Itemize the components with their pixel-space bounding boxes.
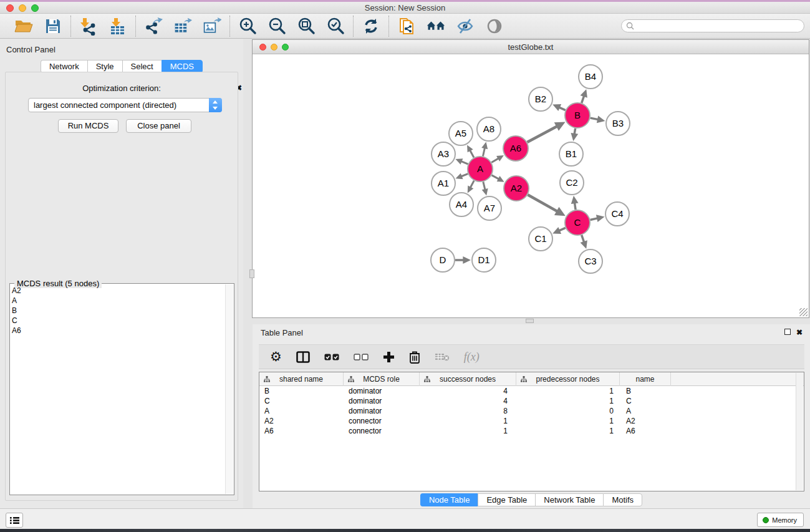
cell-mcds-role[interactable]: dominator bbox=[344, 396, 420, 406]
cell-shared-name[interactable]: A2 bbox=[259, 416, 344, 426]
column-header-mcds-role[interactable]: MCDS role bbox=[344, 372, 420, 386]
tab-select[interactable]: Select bbox=[122, 60, 162, 73]
result-item-b[interactable]: B bbox=[12, 306, 224, 316]
table-tab-edge-table[interactable]: Edge Table bbox=[478, 493, 535, 506]
export-network-icon[interactable] bbox=[144, 17, 163, 36]
close-table-panel-icon[interactable]: ✖ bbox=[796, 329, 803, 336]
column-header-name[interactable]: name bbox=[620, 372, 671, 386]
column-selector-icon[interactable] bbox=[296, 349, 310, 365]
run-mcds-button[interactable]: Run MCDS bbox=[58, 119, 118, 133]
cell-shared-name[interactable]: B bbox=[259, 386, 344, 396]
cell-mcds-role[interactable]: connector bbox=[344, 416, 420, 426]
split-divider-handle-left[interactable] bbox=[249, 269, 254, 278]
birds-eye-view-icon[interactable] bbox=[485, 17, 504, 36]
select-all-checkboxes-icon[interactable] bbox=[324, 349, 339, 365]
function-builder-icon[interactable]: f(x) bbox=[464, 349, 480, 365]
add-column-icon[interactable] bbox=[383, 349, 395, 365]
import-network-icon[interactable] bbox=[79, 17, 98, 36]
tab-mcds[interactable]: MCDS bbox=[162, 60, 203, 73]
float-table-panel-icon[interactable] bbox=[784, 329, 791, 335]
close-window-button[interactable] bbox=[6, 4, 14, 12]
cell-shared-name[interactable]: A6 bbox=[259, 426, 344, 436]
home-view-icon[interactable] bbox=[427, 17, 445, 36]
result-scrollbar[interactable] bbox=[225, 284, 233, 494]
delete-table-icon[interactable] bbox=[435, 349, 450, 365]
network-window-titlebar[interactable]: testGlobe.txt bbox=[253, 40, 809, 54]
optimization-criterion-dropdown[interactable]: largest connected component (directed) bbox=[28, 98, 222, 112]
table-row[interactable]: Adominator80A bbox=[259, 406, 804, 416]
table-scrollbar[interactable] bbox=[796, 373, 803, 490]
table-row[interactable]: A2connector11A2 bbox=[259, 416, 804, 426]
cell-successor-nodes[interactable]: 4 bbox=[420, 396, 516, 406]
cell-name[interactable]: A6 bbox=[620, 426, 671, 436]
result-item-a6[interactable]: A6 bbox=[12, 326, 224, 336]
column-header-successor-nodes[interactable]: successor nodes bbox=[420, 372, 516, 386]
tab-network[interactable]: Network bbox=[41, 60, 87, 73]
deselect-all-checkboxes-icon[interactable] bbox=[354, 349, 369, 365]
cell-name[interactable]: A bbox=[620, 406, 671, 416]
delete-column-trash-icon[interactable] bbox=[409, 349, 420, 365]
table-tab-node-table[interactable]: Node Table bbox=[420, 493, 478, 506]
network-canvas[interactable]: B4B2BB3A8A5A6A3B1AC2A1A2A4A7C4CC1DD1C3 bbox=[253, 55, 809, 317]
cell-successor-nodes[interactable]: 1 bbox=[420, 416, 516, 426]
zoom-window-button[interactable] bbox=[31, 4, 39, 12]
cell-successor-nodes[interactable]: 4 bbox=[420, 386, 516, 396]
zoom-in-icon[interactable] bbox=[238, 17, 257, 36]
zoom-network-button[interactable] bbox=[282, 44, 289, 51]
zoom-selected-icon[interactable] bbox=[326, 17, 345, 36]
zoom-out-icon[interactable] bbox=[268, 17, 286, 36]
refresh-network-icon[interactable] bbox=[362, 17, 380, 36]
cell-predecessor-nodes[interactable]: 1 bbox=[516, 386, 620, 396]
memory-button[interactable]: Memory bbox=[757, 513, 804, 527]
result-item-a[interactable]: A bbox=[12, 296, 224, 306]
minimize-window-button[interactable] bbox=[19, 4, 26, 12]
cell-name[interactable]: C bbox=[620, 396, 671, 406]
graph-node-label-A3: A3 bbox=[438, 148, 449, 159]
graph-edge-A6-B[interactable] bbox=[528, 126, 559, 143]
cell-successor-nodes[interactable]: 1 bbox=[420, 426, 516, 436]
split-divider-handle-bottom[interactable] bbox=[526, 319, 534, 323]
graph-edge-A2-C[interactable] bbox=[528, 195, 558, 212]
table-row[interactable]: A6connector11A6 bbox=[259, 426, 804, 436]
close-network-button[interactable] bbox=[259, 44, 266, 51]
hide-graphics-details-icon[interactable] bbox=[456, 17, 475, 36]
cell-predecessor-nodes[interactable]: 0 bbox=[516, 406, 620, 416]
cell-mcds-role[interactable]: connector bbox=[344, 426, 420, 436]
clone-network-icon[interactable] bbox=[397, 17, 416, 36]
export-image-icon[interactable] bbox=[203, 17, 221, 36]
graph-node-label-B: B bbox=[574, 110, 581, 120]
table-tab-motifs[interactable]: Motifs bbox=[603, 493, 642, 506]
cell-predecessor-nodes[interactable]: 1 bbox=[516, 396, 620, 406]
cell-shared-name[interactable]: C bbox=[259, 396, 344, 406]
cell-name[interactable]: A2 bbox=[620, 416, 671, 426]
table-options-gear-icon[interactable]: ⚙ bbox=[270, 349, 282, 365]
column-header-shared-name[interactable]: shared name bbox=[259, 372, 344, 386]
column-header-predecessor-nodes[interactable]: predecessor nodes bbox=[516, 372, 620, 386]
cell-predecessor-nodes[interactable]: 1 bbox=[516, 416, 620, 426]
search-field[interactable] bbox=[621, 19, 804, 32]
result-item-c[interactable]: C bbox=[12, 316, 224, 326]
arrowhead-A-A7 bbox=[482, 188, 488, 196]
cell-mcds-role[interactable]: dominator bbox=[344, 386, 420, 396]
open-session-icon[interactable] bbox=[14, 17, 33, 36]
zoom-fit-icon[interactable] bbox=[297, 17, 316, 36]
table-row[interactable]: Bdominator41B bbox=[259, 386, 804, 396]
import-table-icon[interactable] bbox=[108, 17, 127, 36]
export-table-icon[interactable] bbox=[173, 17, 192, 36]
table-tab-network-table[interactable]: Network Table bbox=[535, 493, 603, 506]
cell-successor-nodes[interactable]: 8 bbox=[420, 406, 516, 416]
graph-edge-A-A8[interactable] bbox=[483, 147, 485, 157]
dropdown-stepper[interactable] bbox=[209, 98, 222, 112]
minimize-network-button[interactable] bbox=[271, 44, 277, 51]
close-panel-button[interactable]: Close panel bbox=[126, 119, 191, 133]
window-resize-grip[interactable] bbox=[799, 308, 808, 316]
cell-shared-name[interactable]: A bbox=[259, 406, 344, 416]
cell-mcds-role[interactable]: dominator bbox=[344, 406, 420, 416]
tab-style[interactable]: Style bbox=[87, 60, 122, 73]
table-row[interactable]: Cdominator41C bbox=[259, 396, 804, 406]
save-session-icon[interactable] bbox=[44, 17, 62, 36]
cell-predecessor-nodes[interactable]: 1 bbox=[516, 426, 620, 436]
result-item-a2[interactable]: A2 bbox=[12, 286, 224, 296]
task-history-button[interactable] bbox=[6, 513, 23, 528]
cell-name[interactable]: B bbox=[620, 386, 671, 396]
